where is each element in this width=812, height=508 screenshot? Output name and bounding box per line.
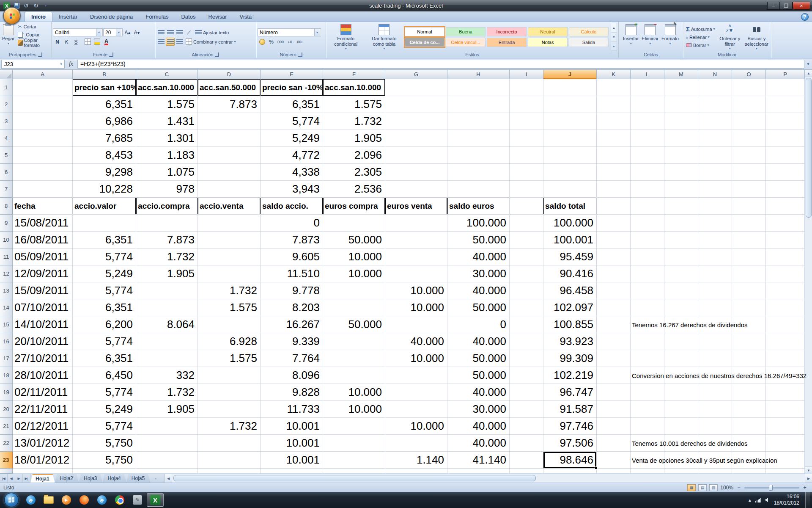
- cell-N4[interactable]: [698, 130, 732, 147]
- style-chip-incorrecto[interactable]: Incorrecto: [487, 27, 527, 36]
- cell-B5[interactable]: 8,453: [73, 147, 136, 164]
- percent-button[interactable]: %: [267, 38, 276, 46]
- cell-H8[interactable]: saldo euros: [447, 198, 510, 215]
- cell-D13[interactable]: 1.732: [198, 282, 261, 299]
- cell-K7[interactable]: [597, 181, 631, 198]
- cell-K21[interactable]: [597, 418, 631, 435]
- style-chip-entrada[interactable]: Entrada: [487, 38, 527, 47]
- cell-A9[interactable]: 15/08/2011: [13, 215, 73, 232]
- ribbon-tab-insertar[interactable]: Insertar: [52, 12, 84, 22]
- help-button[interactable]: ?: [801, 13, 809, 21]
- cell-I16[interactable]: [510, 333, 543, 350]
- cell-E15[interactable]: 16.267: [261, 316, 323, 333]
- row-header-18[interactable]: 18: [0, 367, 13, 384]
- cell-N16[interactable]: [698, 333, 732, 350]
- gallery-up-button[interactable]: ▲: [611, 23, 617, 33]
- sheet-tab-hoja1[interactable]: Hoja1: [30, 474, 55, 483]
- row-header-21[interactable]: 21: [0, 418, 13, 435]
- cell-H15[interactable]: 0: [447, 316, 510, 333]
- row-header-16[interactable]: 16: [0, 333, 13, 350]
- cell-B6[interactable]: 9,298: [73, 164, 136, 181]
- cell-E21[interactable]: 10.001: [261, 418, 323, 435]
- orientation-button[interactable]: ⟋: [184, 28, 193, 36]
- align-top-button[interactable]: [156, 28, 165, 36]
- cell-I23[interactable]: [510, 452, 543, 469]
- cell-D9[interactable]: [198, 215, 261, 232]
- sort-filter-button[interactable]: AZ▼ Ordenar y filtrar▾: [718, 23, 742, 51]
- minimize-button[interactable]: –: [767, 2, 780, 10]
- vertical-scrollbar[interactable]: ▲ ▼: [805, 70, 812, 474]
- cell-F14[interactable]: [323, 299, 385, 316]
- cell-M21[interactable]: [664, 418, 698, 435]
- cell-C12[interactable]: 1.905: [136, 265, 198, 282]
- cell-N14[interactable]: [698, 299, 732, 316]
- cell-O9[interactable]: [732, 215, 766, 232]
- cell-D15[interactable]: [198, 316, 261, 333]
- cell-I22[interactable]: [510, 435, 543, 452]
- cell-F23[interactable]: [323, 452, 385, 469]
- cell-B4[interactable]: 7,685: [73, 130, 136, 147]
- cell-A19[interactable]: 02/11/2011: [13, 384, 73, 401]
- cell-C13[interactable]: [136, 282, 198, 299]
- cell-A4[interactable]: [13, 130, 73, 147]
- cell-L8[interactable]: [631, 198, 664, 215]
- cell-G6[interactable]: [385, 164, 447, 181]
- cell-A2[interactable]: [13, 96, 73, 113]
- cell-P19[interactable]: [766, 384, 805, 401]
- cell-M9[interactable]: [664, 215, 698, 232]
- cell-G8[interactable]: euros venta: [385, 198, 447, 215]
- cell-P5[interactable]: [766, 147, 805, 164]
- cell-N17[interactable]: [698, 350, 732, 367]
- cell-F21[interactable]: [323, 418, 385, 435]
- cell-J16[interactable]: 93.923: [543, 333, 597, 350]
- scroll-down-button[interactable]: ▼: [805, 467, 812, 474]
- cell-P1[interactable]: [766, 79, 805, 96]
- align-center-button[interactable]: [166, 38, 175, 46]
- cell-C3[interactable]: 1.431: [136, 113, 198, 130]
- name-box[interactable]: J23▾: [1, 60, 65, 69]
- scroll-up-button[interactable]: ▲: [805, 70, 812, 77]
- cell-M4[interactable]: [664, 130, 698, 147]
- cell-L18[interactable]: Conversion en acciones de nuestros derec…: [631, 367, 664, 384]
- increase-decimal-button[interactable]: ‹.0: [285, 38, 294, 46]
- cell-M6[interactable]: [664, 164, 698, 181]
- qat-customize-button[interactable]: ▾: [41, 2, 50, 10]
- cell-I21[interactable]: [510, 418, 543, 435]
- cell-D22[interactable]: [198, 435, 261, 452]
- ribbon-tab-datos[interactable]: Datos: [175, 12, 202, 22]
- cell-L19[interactable]: [631, 384, 664, 401]
- cell-O20[interactable]: [732, 401, 766, 418]
- cell-P13[interactable]: [766, 282, 805, 299]
- cell-G15[interactable]: [385, 316, 447, 333]
- cell-B13[interactable]: 5,774: [73, 282, 136, 299]
- ribbon-tab-diseodepgina[interactable]: Diseño de página: [84, 12, 139, 22]
- cell-G11[interactable]: [385, 248, 447, 265]
- cell-H19[interactable]: 40.000: [447, 384, 510, 401]
- cell-K16[interactable]: [597, 333, 631, 350]
- cell-O21[interactable]: [732, 418, 766, 435]
- cell-G22[interactable]: [385, 435, 447, 452]
- taskbar-media-player-icon[interactable]: ►: [58, 493, 75, 507]
- cell-J22[interactable]: 97.506: [543, 435, 597, 452]
- cell-B9[interactable]: [73, 215, 136, 232]
- ribbon-tab-revisar[interactable]: Revisar: [202, 12, 233, 22]
- borders-button[interactable]: [83, 38, 92, 46]
- cell-P11[interactable]: [766, 248, 805, 265]
- row-header-14[interactable]: 14: [0, 299, 13, 316]
- cell-O11[interactable]: [732, 248, 766, 265]
- column-header-E[interactable]: E: [261, 70, 323, 79]
- close-button[interactable]: ×: [793, 2, 810, 10]
- cell-G19[interactable]: [385, 384, 447, 401]
- cell-J14[interactable]: 102.097: [543, 299, 597, 316]
- cell-I20[interactable]: [510, 401, 543, 418]
- cell-J19[interactable]: 96.747: [543, 384, 597, 401]
- cell-A16[interactable]: 20/10/2011: [13, 333, 73, 350]
- bold-button[interactable]: N: [53, 38, 62, 46]
- cell-F19[interactable]: 10.000: [323, 384, 385, 401]
- cell-O5[interactable]: [732, 147, 766, 164]
- cell-C10[interactable]: 7.873: [136, 232, 198, 248]
- cell-M10[interactable]: [664, 232, 698, 248]
- cell-P4[interactable]: [766, 130, 805, 147]
- cell-M13[interactable]: [664, 282, 698, 299]
- cell-J8[interactable]: saldo total: [543, 198, 597, 215]
